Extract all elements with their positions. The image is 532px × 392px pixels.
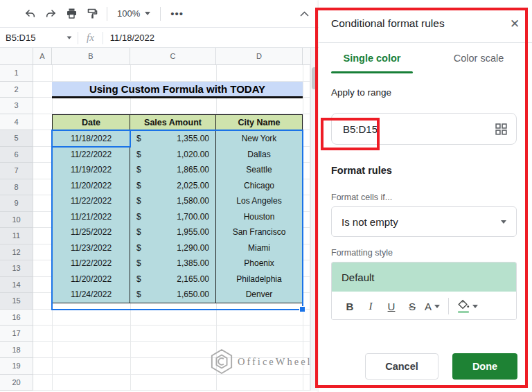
name-box[interactable]: B5:D15	[0, 28, 78, 47]
date-cell[interactable]: 11/18/2022	[53, 131, 130, 147]
city-cell[interactable]: Los Angeles	[216, 193, 302, 209]
amount-cell[interactable]: $1,700.00	[130, 209, 215, 225]
row-header-12[interactable]: 12	[0, 244, 33, 261]
title-banner[interactable]: Using Custom Formula with TODAY	[52, 82, 303, 98]
city-cell[interactable]: Denver	[216, 287, 302, 303]
row-header-16[interactable]: 16	[0, 310, 33, 326]
city-cell[interactable]: San Francisco	[216, 224, 302, 240]
collapse-toolbar-icon[interactable]	[296, 7, 312, 21]
date-cell[interactable]: 11/22/2022	[53, 256, 130, 271]
vertical-scrollbar[interactable]	[310, 48, 317, 391]
strikethrough-button[interactable]: S	[404, 296, 420, 316]
formula-input[interactable]: 11/18/2022	[103, 33, 319, 43]
city-cell[interactable]: Philadelphia	[216, 271, 302, 287]
amount-cell[interactable]: $2,165.00	[130, 271, 215, 287]
amount-cell[interactable]: $2,025.00	[130, 178, 215, 194]
date-cell[interactable]: 11/21/2022	[53, 209, 130, 225]
amount-cell[interactable]: $1,865.00	[130, 162, 215, 178]
row-header-13[interactable]: 13	[0, 260, 33, 277]
table-row: 11/22/2022$1,385.00Phoenix	[53, 256, 302, 271]
row-header-11[interactable]: 11	[0, 228, 33, 244]
column-header-c[interactable]: C	[130, 48, 216, 64]
apply-to-range-input[interactable]: B5:D15	[331, 113, 517, 145]
row-header-7[interactable]: 7	[0, 163, 33, 179]
cancel-button[interactable]: Cancel	[365, 353, 438, 380]
condition-dropdown[interactable]: Is not empty	[331, 206, 517, 237]
text-color-button[interactable]: A	[425, 296, 440, 316]
condition-value: Is not empty	[342, 216, 398, 228]
table-row: 11/19/2022$1,865.00Seattle	[53, 162, 302, 178]
city-cell[interactable]: Chicago	[216, 178, 302, 194]
amount-cell[interactable]: $1,650.00	[130, 287, 215, 303]
done-button[interactable]: Done	[452, 353, 517, 380]
row-header-18[interactable]: 18	[0, 342, 33, 359]
amount-cell[interactable]: $1,385.00	[130, 256, 215, 271]
city-cell[interactable]: Dallas	[216, 147, 302, 163]
row-header-2[interactable]: 2	[0, 82, 33, 98]
date-cell[interactable]: 11/23/2022	[53, 240, 130, 256]
paint-bucket-icon	[457, 299, 470, 310]
amount-cell[interactable]: $1,290.00	[130, 240, 215, 256]
row-header-6[interactable]: 6	[0, 147, 33, 163]
row-header-3[interactable]: 3	[0, 98, 33, 114]
city-cell[interactable]: Seattle	[216, 162, 302, 178]
spreadsheet-grid[interactable]: Using Custom Formula with TODAY DateSale…	[33, 65, 310, 391]
data-table-header: DateSales AmountCity Name	[53, 115, 302, 131]
row-header-19[interactable]: 19	[0, 358, 33, 375]
amount-cell[interactable]: $1,020.00	[130, 147, 215, 163]
table-header-cell[interactable]: Date	[53, 115, 130, 131]
column-header-d[interactable]: D	[216, 48, 303, 64]
fill-color-button[interactable]	[457, 296, 478, 316]
print-icon[interactable]	[62, 5, 80, 23]
tab-color-scale[interactable]: Color scale	[425, 44, 532, 72]
undo-icon[interactable]	[21, 5, 39, 23]
date-cell[interactable]: 11/22/2022	[53, 193, 130, 209]
toolbar-divider	[160, 7, 161, 21]
column-header-b[interactable]: B	[52, 48, 130, 64]
row-header-5[interactable]: 5	[0, 130, 33, 147]
amount-cell[interactable]: $1,955.00	[130, 224, 215, 240]
table-row: 11/18/2022$1,355.00New York	[53, 131, 302, 147]
date-cell[interactable]: 11/20/2022	[53, 178, 130, 194]
table-row: 11/20/2022$2,165.00Philadelphia	[53, 271, 302, 287]
city-cell[interactable]: Miami	[216, 240, 302, 256]
table-header-cell[interactable]: Sales Amount	[130, 115, 215, 131]
toolbar: 100% •••	[0, 0, 319, 28]
column-header-a[interactable]: A	[33, 48, 52, 64]
paint-format-icon[interactable]	[83, 5, 101, 23]
select-data-range-icon[interactable]	[495, 123, 508, 136]
city-cell[interactable]: New York	[216, 131, 302, 147]
select-all-corner[interactable]	[0, 48, 33, 65]
redo-icon[interactable]	[42, 5, 60, 23]
amount-cell[interactable]: $1,355.00	[130, 131, 215, 147]
date-cell[interactable]: 11/22/2022	[53, 147, 130, 163]
row-header-10[interactable]: 10	[0, 212, 33, 229]
italic-button[interactable]: I	[362, 296, 379, 316]
more-options-icon[interactable]: •••	[166, 6, 188, 21]
scrollbar-thumb[interactable]	[312, 67, 317, 89]
city-cell[interactable]: Houston	[216, 209, 302, 225]
row-header-1[interactable]: 1	[0, 65, 33, 82]
row-header-9[interactable]: 9	[0, 195, 33, 212]
style-toolbar: B I U S A	[332, 292, 516, 320]
currency-symbol: $	[136, 227, 141, 237]
tab-single-color[interactable]: Single color	[319, 44, 425, 72]
row-header-20[interactable]: 20	[0, 375, 33, 391]
amount-cell[interactable]: $1,580.00	[130, 193, 215, 209]
row-header-17[interactable]: 17	[0, 326, 33, 342]
bold-button[interactable]: B	[342, 296, 358, 316]
row-header-8[interactable]: 8	[0, 179, 33, 196]
table-row: 11/24/2022$1,650.00Denver	[53, 287, 302, 303]
table-header-cell[interactable]: City Name	[216, 115, 302, 131]
date-cell[interactable]: 11/25/2022	[53, 224, 130, 240]
underline-button[interactable]: U	[383, 296, 400, 316]
date-cell[interactable]: 11/20/2022	[53, 271, 130, 287]
row-header-4[interactable]: 4	[0, 114, 33, 131]
date-cell[interactable]: 11/24/2022	[53, 287, 130, 303]
date-cell[interactable]: 11/19/2022	[53, 162, 130, 178]
city-cell[interactable]: Phoenix	[216, 256, 302, 271]
row-header-15[interactable]: 15	[0, 293, 33, 310]
close-icon[interactable]: ✕	[506, 15, 524, 33]
row-header-14[interactable]: 14	[0, 277, 33, 294]
zoom-control[interactable]: 100%	[113, 6, 154, 21]
